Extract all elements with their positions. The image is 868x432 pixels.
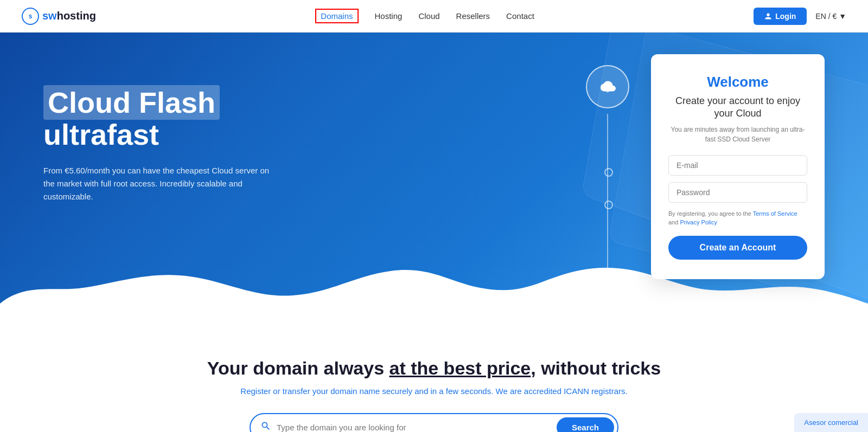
logo[interactable]: s swhosting: [22, 8, 96, 25]
hero-title-line1: Cloud Flash: [43, 85, 220, 120]
lang-label: EN / €: [815, 12, 837, 21]
hero-center-column: [586, 54, 629, 276]
hero-title: Cloud Flash ultrafast: [43, 87, 564, 151]
nav-item-hosting[interactable]: Hosting: [375, 11, 403, 21]
search-icon: [260, 421, 271, 432]
nav-link-domains[interactable]: Domains: [315, 9, 358, 23]
domain-title-text2: , without tricks: [531, 358, 661, 378]
cloud-server-icon: [586, 65, 629, 108]
chevron-down-icon: ▼: [839, 12, 846, 21]
nav-link-contact[interactable]: Contact: [506, 11, 534, 21]
domain-title-text1: Your domain always: [207, 358, 390, 378]
logo-s: s: [29, 12, 33, 20]
nav-item-cloud[interactable]: Cloud: [418, 11, 439, 21]
form-card-subtitle: Create your account to enjoy your Cloud: [668, 95, 807, 120]
login-label: Login: [775, 12, 796, 21]
hero-description: From €5.60/month you can have the cheape…: [43, 164, 282, 203]
nav-item-contact[interactable]: Contact: [506, 11, 534, 21]
cloud-icon-svg: [597, 76, 618, 97]
navbar-right: Login EN / € ▼: [754, 8, 846, 25]
language-selector[interactable]: EN / € ▼: [815, 12, 846, 21]
hero-title-line2: ultrafast: [43, 118, 159, 151]
create-account-button[interactable]: Create an Account: [668, 236, 807, 260]
nav-link-hosting[interactable]: Hosting: [375, 11, 403, 21]
privacy-policy-link[interactable]: Privacy Policy: [680, 219, 717, 225]
domain-search-bar: Search: [250, 413, 618, 432]
registration-form-card: Welcome Create your account to enjoy you…: [651, 54, 825, 279]
user-icon: [764, 12, 772, 20]
domain-title-underline: at the best price: [390, 358, 531, 378]
form-card-description: You are minutes away from launching an u…: [668, 125, 807, 144]
domain-section-title: Your domain always at the best price, wi…: [22, 358, 846, 379]
asesor-comercial-badge[interactable]: Asesor comercial: [794, 413, 868, 432]
nav-item-resellers[interactable]: Resellers: [456, 11, 490, 21]
domain-search-input[interactable]: [277, 423, 551, 432]
hero-content: Cloud Flash ultrafast From €5.60/month y…: [43, 54, 564, 203]
terms-text: By registering, you agree to the Terms o…: [668, 209, 807, 227]
search-icon-svg: [260, 421, 271, 431]
login-button[interactable]: Login: [754, 8, 807, 25]
form-card-title: Welcome: [668, 74, 807, 91]
domain-section-description: Register or transfer your domain name se…: [22, 386, 846, 396]
password-input[interactable]: [668, 182, 807, 203]
domain-section: Your domain always at the best price, wi…: [0, 325, 868, 432]
svg-rect-1: [607, 91, 609, 92]
domain-search-button[interactable]: Search: [557, 417, 614, 432]
vertical-line: [607, 114, 608, 276]
hero-section: Cloud Flash ultrafast From €5.60/month y…: [0, 33, 868, 325]
main-nav: Domains Hosting Cloud Resellers Contact: [315, 11, 534, 21]
nav-link-cloud[interactable]: Cloud: [418, 11, 439, 21]
nav-link-resellers[interactable]: Resellers: [456, 11, 490, 21]
asesor-label: Asesor comercial: [804, 418, 858, 427]
logo-text: swhosting: [42, 10, 96, 22]
nav-item-domains[interactable]: Domains: [315, 11, 358, 21]
terms-of-service-link[interactable]: Terms of Service: [753, 210, 797, 217]
logo-circle: s: [22, 8, 39, 25]
navbar: s swhosting Domains Hosting Cloud Resell…: [0, 0, 868, 33]
email-input[interactable]: [668, 155, 807, 176]
